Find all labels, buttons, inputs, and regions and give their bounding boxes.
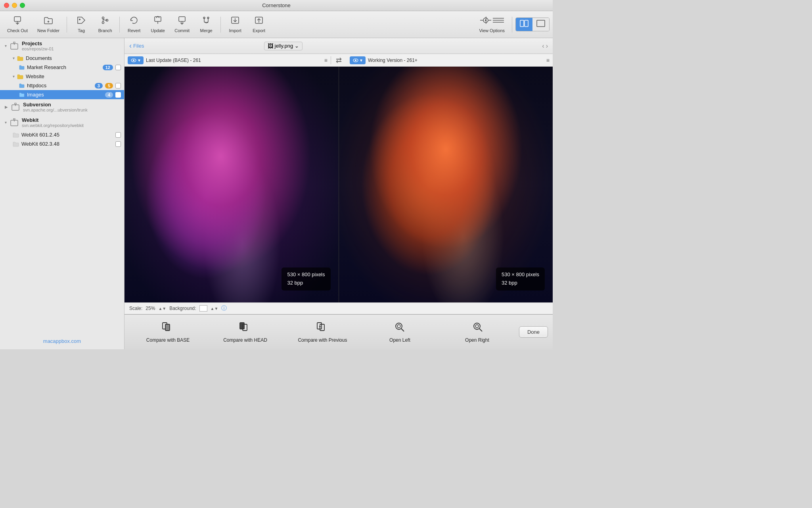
panels-toggle[interactable] (515, 17, 550, 31)
minimize-button[interactable] (12, 3, 17, 8)
sidebar-item-httpdocs[interactable]: httpdocs 3 5 (0, 81, 124, 90)
webkit-601-checkbox[interactable] (115, 132, 121, 138)
folder-icon-webkit601 (13, 132, 19, 138)
open-left-button[interactable]: Open Left (361, 319, 439, 345)
content-header: ‹ Files 🖼 jelly.png ⌄ ‹ › (124, 38, 553, 54)
done-button[interactable]: Done (519, 326, 548, 338)
import-button[interactable]: Import (224, 14, 246, 35)
commit-button[interactable]: Commit (170, 14, 193, 35)
open-right-label: Open Right (465, 337, 489, 343)
export-button[interactable]: Export (248, 14, 270, 35)
svg-rect-44 (165, 324, 170, 331)
images-label: Images (27, 92, 103, 98)
left-jellyfish-image (124, 67, 339, 302)
subversion-path: svn.apache.org/...ubversion/trunk (23, 108, 119, 112)
view-options-button[interactable]: View Options (475, 14, 509, 35)
svg-rect-0 (14, 17, 21, 21)
repo-icon-subversion (11, 103, 20, 112)
scale-stepper[interactable]: ▲▼ (158, 306, 166, 311)
main-toolbar: Check Out New Folder Tag Branch Revert U… (0, 11, 553, 38)
compare-base-button[interactable]: Compare with BASE (129, 319, 207, 345)
content-area: ‹ Files 🖼 jelly.png ⌄ ‹ › ▾ Last Update … (124, 38, 553, 349)
diff-panels: 530 × 800 pixels 32 bpp 530 × 800 pixels… (124, 67, 553, 302)
svg-point-53 (475, 325, 479, 328)
sidebar-item-webkit[interactable]: ▾ Webkit svn.webkit.org/repository/webki… (0, 115, 124, 130)
background-color-box[interactable] (199, 305, 207, 312)
images-checkbox[interactable] (115, 92, 121, 98)
breadcrumb[interactable]: Files (133, 43, 144, 49)
webkit-path: svn.webkit.org/repository/webkit (22, 123, 119, 128)
background-stepper[interactable]: ▲▼ (211, 306, 218, 311)
sidebar-item-documents[interactable]: ▾ Documents (0, 54, 124, 63)
branch-label: Branch (98, 28, 112, 33)
merge-button[interactable]: Merge (195, 14, 217, 35)
back-button[interactable]: ‹ (129, 42, 132, 50)
check-out-button[interactable]: Check Out (3, 14, 32, 35)
svg-point-40 (133, 60, 134, 61)
svg-rect-11 (179, 17, 185, 21)
compare-head-button[interactable]: Compare with HEAD (207, 319, 284, 345)
separator-4 (512, 17, 512, 33)
folder-icon-website (17, 74, 23, 79)
sidebar-item-webkit-601[interactable]: WebKit 601.2.45 (0, 130, 124, 139)
compare-previous-button[interactable]: Compare with Previous (284, 319, 361, 345)
separator-3 (220, 17, 221, 33)
sidebar-item-market-research[interactable]: Market Research 12 (0, 63, 124, 72)
left-image-panel: 530 × 800 pixels 32 bpp (124, 67, 339, 302)
import-icon (230, 16, 240, 27)
panel-single-button[interactable] (532, 18, 549, 31)
sidebar-item-images[interactable]: Images 4 (0, 90, 124, 99)
nav-prev-button[interactable]: ‹ (542, 42, 544, 50)
panel-split-button[interactable] (516, 18, 532, 31)
open-right-icon (471, 321, 483, 335)
svg-point-4 (79, 19, 80, 20)
file-name: jelly.png (275, 43, 293, 49)
subversion-name: Subversion (23, 102, 119, 108)
main-layout: ▾ Projects eos/repos/zw-01 ▾ Documents M… (0, 38, 553, 349)
sidebar-footer: macappbox.com (0, 333, 124, 349)
httpdocs-checkbox[interactable] (115, 83, 121, 89)
info-icon[interactable]: ⓘ (221, 305, 227, 312)
httpdocs-badge-orange: 5 (105, 83, 113, 89)
svg-point-34 (15, 103, 16, 104)
right-eye-button[interactable]: ▾ (350, 56, 366, 64)
left-version-label: Last Update (BASE) - 261 (146, 58, 322, 63)
new-folder-icon (44, 16, 53, 27)
sidebar-item-website[interactable]: ▾ Website (0, 72, 124, 81)
swap-button[interactable]: ⇄ (331, 56, 347, 65)
subversion-disclosure: ▶ (5, 105, 8, 109)
svg-rect-45 (240, 323, 244, 329)
webkit-info: Webkit svn.webkit.org/repository/webkit (22, 117, 119, 128)
nav-next-button[interactable]: › (546, 42, 548, 50)
svg-point-50 (397, 325, 400, 328)
open-right-button[interactable]: Open Right (439, 319, 516, 345)
left-eye-button[interactable]: ▾ (128, 56, 144, 64)
tag-button[interactable]: Tag (70, 14, 92, 35)
maximize-button[interactable] (20, 3, 25, 8)
sidebar-item-subversion[interactable]: ▶ Subversion svn.apache.org/...ubversion… (0, 99, 124, 115)
market-research-checkbox[interactable] (115, 65, 121, 70)
webkit-disclosure: ▾ (5, 120, 7, 125)
right-menu-button[interactable]: ≡ (546, 57, 550, 64)
file-name-badge[interactable]: 🖼 jelly.png ⌄ (264, 42, 303, 50)
new-folder-button[interactable]: New Folder (33, 14, 63, 35)
view-options-icon (480, 16, 504, 27)
webkit-602-label: WebKit 602.3.48 (21, 141, 113, 147)
close-button[interactable] (4, 3, 9, 8)
diff-right-header: ▾ Working Version - 261+ ≡ (347, 56, 553, 64)
left-image-bpp: 32 bpp (287, 279, 325, 287)
branch-button[interactable]: Branch (94, 14, 116, 35)
titlebar: Cornerstone (0, 0, 553, 11)
update-button[interactable]: Update (147, 14, 169, 35)
sidebar-item-webkit-602[interactable]: WebKit 602.3.48 (0, 139, 124, 148)
webkit-602-checkbox[interactable] (115, 141, 121, 147)
diff-toolbar: ▾ Last Update (BASE) - 261 ≡ ⇄ ▾ Working… (124, 54, 553, 67)
folder-icon-images (19, 92, 25, 98)
projects-disclosure: ▾ (5, 44, 7, 48)
view-options-label: View Options (479, 28, 505, 33)
right-image-dimensions: 530 × 800 pixels (502, 271, 539, 279)
sidebar-item-projects[interactable]: ▾ Projects eos/repos/zw-01 (0, 38, 124, 54)
left-menu-button[interactable]: ≡ (324, 57, 327, 64)
scale-label: Scale: (129, 306, 142, 311)
revert-button[interactable]: Revert (123, 14, 145, 35)
